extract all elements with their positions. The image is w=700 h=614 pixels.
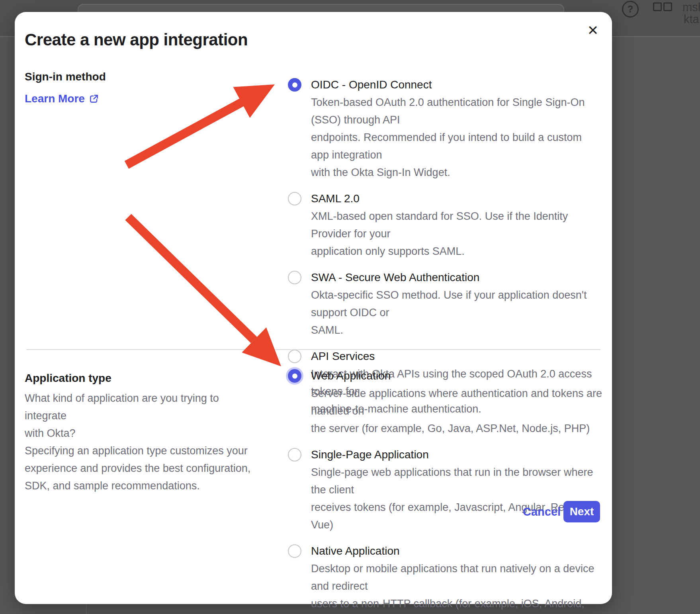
option-label[interactable]: Web Application (311, 367, 602, 385)
option-oidc-openid-connect: OIDC - OpenID Connect Token-based OAuth … (288, 76, 602, 181)
option-swa-secure-web-authentication: SWA - Secure Web Authentication Okta-spe… (288, 269, 602, 339)
option-label[interactable]: Native Application (311, 542, 602, 560)
close-icon[interactable]: ✕ (584, 22, 602, 39)
paragraph-line: experience and provides the best configu… (25, 462, 250, 474)
application-type-options: Web Application Server-side applications… (288, 367, 602, 614)
option-description: Server-side applications where authentic… (311, 385, 602, 420)
learn-more-link[interactable]: Learn More (25, 90, 99, 108)
radio-web-application[interactable] (288, 369, 301, 383)
apps-grid-icon (653, 2, 662, 11)
option-description: Single-page web applications that run in… (311, 463, 602, 499)
apps-grid-icon (663, 2, 672, 11)
paragraph-line: with Okta? (25, 427, 76, 439)
section-divider (26, 349, 600, 350)
option-description: Desktop or mobile applications that run … (311, 560, 602, 595)
radio-api-services[interactable] (288, 350, 301, 363)
option-description: application only supports SAML. (311, 242, 602, 260)
signin-method-heading: Sign-in method (25, 68, 106, 86)
option-description: users to a non-HTTP callback (for exampl… (311, 595, 602, 614)
option-description: the server (for example, Go, Java, ASP.N… (311, 420, 602, 437)
radio-saml[interactable] (288, 192, 301, 205)
application-type-heading: Application type (25, 370, 111, 387)
option-label[interactable]: Single-Page Application (311, 446, 602, 463)
option-label[interactable]: API Services (311, 348, 602, 365)
account-name-fragment: kta (684, 13, 699, 25)
radio-native-application[interactable] (288, 544, 301, 558)
option-description: with the Okta Sign-In Widget. (311, 164, 602, 181)
dialog-title: Create a new app integration (25, 30, 248, 49)
option-description: XML-based open standard for SSO. Use if … (311, 207, 602, 242)
radio-swa[interactable] (288, 271, 301, 284)
create-app-integration-dialog: ✕ Create a new app integration Sign-in m… (15, 12, 612, 604)
option-description: Okta-specific SSO method. Use if your ap… (311, 286, 602, 321)
cancel-button[interactable]: Cancel (518, 501, 565, 522)
help-icon: ? (622, 1, 639, 18)
radio-single-page-application[interactable] (288, 448, 301, 461)
option-saml-2-0: SAML 2.0 XML-based open standard for SSO… (288, 190, 602, 260)
option-label[interactable]: OIDC - OpenID Connect (311, 76, 602, 94)
option-description: SAML. (311, 321, 602, 339)
account-name-fragment: msh (682, 1, 700, 13)
option-description: Token-based OAuth 2.0 authentication for… (311, 94, 602, 129)
paragraph-line: Specifying an application type customize… (25, 445, 248, 457)
paragraph-line: SDK, and sample recommendations. (25, 480, 200, 492)
application-type-explainer: Specifying an application type customize… (25, 442, 256, 495)
learn-more-label: Learn More (25, 90, 85, 108)
radio-oidc[interactable] (288, 78, 301, 92)
application-type-question: What kind of application are you trying … (25, 389, 256, 442)
next-button[interactable]: Next (563, 501, 600, 522)
option-web-application: Web Application Server-side applications… (288, 367, 602, 437)
option-native-application: Native Application Desktop or mobile app… (288, 542, 602, 614)
paragraph-line: What kind of application are you trying … (25, 392, 219, 422)
signin-method-options: OIDC - OpenID Connect Token-based OAuth … (288, 76, 602, 418)
option-label[interactable]: SWA - Secure Web Authentication (311, 269, 602, 286)
option-label[interactable]: SAML 2.0 (311, 190, 602, 207)
external-link-icon (89, 94, 99, 104)
option-description: endpoints. Recommended if you intend to … (311, 129, 602, 164)
